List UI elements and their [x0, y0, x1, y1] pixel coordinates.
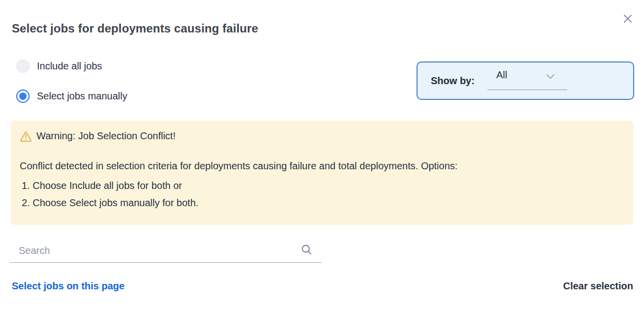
close-button[interactable] — [621, 12, 635, 26]
show-by-select[interactable]: All — [487, 68, 567, 93]
show-by-panel: Show by: All — [417, 62, 634, 100]
select-jobs-on-page-link[interactable]: Select jobs on this page — [12, 280, 125, 292]
close-icon — [622, 13, 633, 24]
warning-heading: Warning: Job Selection Conflict! — [20, 130, 624, 142]
warning-title: Warning: Job Selection Conflict! — [36, 130, 176, 142]
warning-triangle-icon — [20, 130, 32, 142]
radio-label: Select jobs manually — [37, 91, 127, 102]
warning-option-1: 1. Choose Include all jobs for both or — [20, 177, 624, 194]
radio-selected-icon[interactable] — [16, 90, 30, 103]
warning-banner: Warning: Job Selection Conflict! Conflic… — [11, 121, 633, 225]
search-input[interactable] — [19, 242, 294, 259]
search-field — [10, 240, 322, 263]
warning-body-text: Conflict detected in selection criteria … — [20, 160, 624, 172]
radio-label: Include all jobs — [37, 61, 102, 72]
warning-option-2: 2. Choose Select jobs manually for both. — [20, 194, 624, 212]
search-icon — [300, 244, 314, 256]
job-selection-modal: Select jobs for deployments causing fail… — [0, 0, 644, 310]
radio-include-all-jobs[interactable]: Include all jobs — [16, 59, 127, 73]
chevron-down-icon — [545, 72, 556, 83]
show-by-label: Show by: — [431, 75, 475, 87]
show-by-selected-value: All — [496, 69, 507, 81]
select-underline — [487, 90, 567, 90]
modal-title: Select jobs for deployments causing fail… — [12, 22, 258, 35]
radio-unselected-icon[interactable] — [16, 60, 30, 73]
search-button[interactable] — [300, 243, 314, 257]
radio-select-jobs-manually[interactable]: Select jobs manually — [16, 89, 127, 103]
job-selection-radio-group: Include all jobs Select jobs manually — [16, 59, 127, 103]
warning-options-list: 1. Choose Include all jobs for both or 2… — [20, 177, 624, 212]
clear-selection-button[interactable]: Clear selection — [563, 280, 633, 292]
